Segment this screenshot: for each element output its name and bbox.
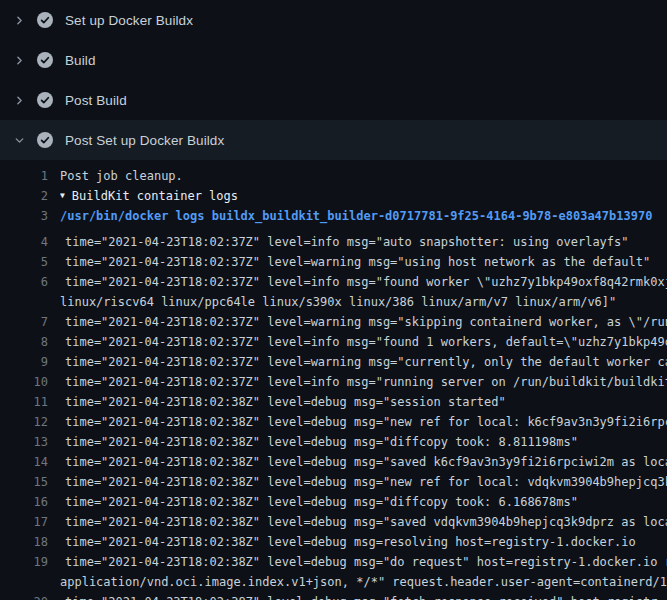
- log-output: 1Post job cleanup.2▼BuildKit container l…: [0, 160, 667, 600]
- line-number[interactable]: 16: [0, 492, 48, 512]
- log-line-continuation: linux/riscv64 linux/ppc64le linux/s390x …: [0, 286, 667, 306]
- line-number[interactable]: 11: [0, 392, 48, 412]
- log-line: 20time="2021-04-23T18:02:38Z" level=debu…: [0, 586, 667, 600]
- step-header-set-up-docker-buildx[interactable]: Set up Docker Buildx: [0, 0, 667, 40]
- line-number[interactable]: 19: [0, 552, 48, 572]
- chevron-right-icon: [13, 14, 26, 27]
- line-number[interactable]: 20: [0, 592, 48, 600]
- log-viewer: Set up Docker BuildxBuildPost BuildPost …: [0, 0, 667, 600]
- line-number[interactable]: 2: [0, 186, 48, 206]
- success-check-icon: [37, 52, 53, 68]
- step-header-build[interactable]: Build: [0, 40, 667, 80]
- log-text: Post job cleanup.: [60, 166, 667, 186]
- line-number[interactable]: 17: [0, 512, 48, 532]
- line-number[interactable]: 4: [0, 232, 48, 252]
- chevron-right-icon: [13, 54, 26, 67]
- line-number[interactable]: 14: [0, 452, 48, 472]
- step-title: Set up Docker Buildx: [65, 13, 193, 28]
- log-text: time="2021-04-23T18:02:38Z" level=debug …: [65, 586, 667, 600]
- log-line: 4time="2021-04-23T18:02:37Z" level=info …: [0, 226, 667, 246]
- line-number[interactable]: 9: [0, 352, 48, 372]
- line-number[interactable]: 18: [0, 532, 48, 552]
- log-line: 2▼BuildKit container logs: [0, 186, 667, 206]
- command-text: /usr/bin/docker logs buildx_buildkit_bui…: [60, 206, 667, 226]
- success-check-icon: [37, 92, 53, 108]
- line-number[interactable]: 8: [0, 332, 48, 352]
- step-header-post-build[interactable]: Post Build: [0, 80, 667, 120]
- log-line: 9time="2021-04-23T18:02:37Z" level=warni…: [0, 346, 667, 366]
- line-number[interactable]: 15: [0, 472, 48, 492]
- log-line-continuation: application/vnd.oci.image.index.v1+json,…: [0, 566, 667, 586]
- log-line: 16time="2021-04-23T18:02:38Z" level=debu…: [0, 486, 667, 506]
- log-line: 17time="2021-04-23T18:02:38Z" level=debu…: [0, 506, 667, 526]
- line-number[interactable]: 3: [0, 206, 48, 226]
- log-group-title[interactable]: ▼BuildKit container logs: [60, 186, 667, 208]
- log-line: 10time="2021-04-23T18:02:37Z" level=info…: [0, 366, 667, 386]
- log-line: 1Post job cleanup.: [0, 166, 667, 186]
- line-number[interactable]: 1: [0, 166, 48, 186]
- line-number[interactable]: 10: [0, 372, 48, 392]
- step-header-post-set-up-docker-buildx[interactable]: Post Set up Docker Buildx: [0, 120, 667, 160]
- chevron-right-icon: [13, 94, 26, 107]
- log-line: 12time="2021-04-23T18:02:38Z" level=debu…: [0, 406, 667, 426]
- log-line: 5time="2021-04-23T18:02:37Z" level=warni…: [0, 246, 667, 266]
- step-title: Post Build: [65, 93, 127, 108]
- log-line: 6time="2021-04-23T18:02:37Z" level=info …: [0, 266, 667, 286]
- log-line: 18time="2021-04-23T18:02:38Z" level=debu…: [0, 526, 667, 546]
- log-line: 13time="2021-04-23T18:02:38Z" level=debu…: [0, 426, 667, 446]
- chevron-down-icon: [13, 134, 26, 147]
- log-line: 15time="2021-04-23T18:02:38Z" level=debu…: [0, 466, 667, 486]
- success-check-icon: [37, 12, 53, 28]
- group-expander-icon[interactable]: ▼: [60, 186, 65, 206]
- log-line: 19time="2021-04-23T18:02:38Z" level=debu…: [0, 546, 667, 566]
- line-number[interactable]: 6: [0, 272, 48, 292]
- line-number[interactable]: 12: [0, 412, 48, 432]
- group-title-text: BuildKit container logs: [72, 189, 238, 203]
- log-line: 3/usr/bin/docker logs buildx_buildkit_bu…: [0, 206, 667, 226]
- line-number[interactable]: 5: [0, 252, 48, 272]
- step-title: Build: [65, 53, 96, 68]
- step-title: Post Set up Docker Buildx: [65, 133, 224, 148]
- line-number[interactable]: 13: [0, 432, 48, 452]
- success-check-icon: [37, 132, 53, 148]
- log-line: 7time="2021-04-23T18:02:37Z" level=warni…: [0, 306, 667, 326]
- log-line: 11time="2021-04-23T18:02:38Z" level=debu…: [0, 386, 667, 406]
- log-line: 8time="2021-04-23T18:02:37Z" level=info …: [0, 326, 667, 346]
- line-number[interactable]: 7: [0, 312, 48, 332]
- log-line: 14time="2021-04-23T18:02:38Z" level=debu…: [0, 446, 667, 466]
